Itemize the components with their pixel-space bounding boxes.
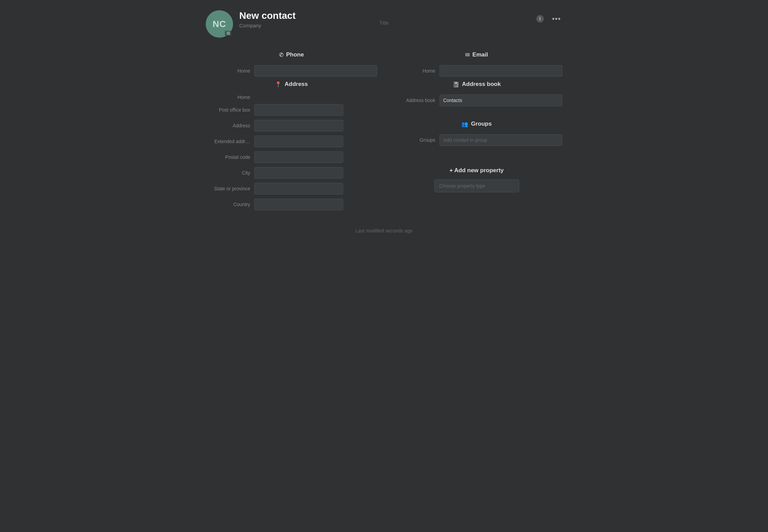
image-icon bbox=[225, 31, 231, 36]
groups-input[interactable] bbox=[439, 134, 562, 146]
info-button[interactable]: ℹ bbox=[535, 14, 545, 24]
phone-icon: ✆ bbox=[279, 52, 283, 58]
address-home-label-row: Home bbox=[206, 94, 377, 100]
last-modified-text: Last modified seconds ago bbox=[356, 228, 413, 233]
email-section: ✉ Email Home bbox=[391, 51, 562, 81]
add-new-property-section: + Add new property Choose property type bbox=[391, 167, 562, 192]
groups-section: 👥 Groups Groups bbox=[391, 121, 562, 150]
footer: Last modified seconds ago bbox=[206, 228, 562, 240]
phone-section-header: ✆ Phone bbox=[206, 51, 377, 58]
header-actions: ℹ ••• bbox=[535, 10, 562, 25]
city-input[interactable] bbox=[254, 167, 343, 179]
extended-addr-row: Extended addr… bbox=[206, 136, 377, 147]
address-book-label: Address book bbox=[391, 98, 435, 103]
address-field-row: Address bbox=[206, 120, 377, 131]
state-province-label: State or province bbox=[206, 186, 250, 191]
address-home-label: Home bbox=[206, 94, 250, 100]
country-input[interactable] bbox=[254, 199, 343, 210]
address-title: Address bbox=[284, 81, 308, 88]
postal-code-label: Postal code bbox=[206, 154, 250, 160]
email-home-input[interactable] bbox=[439, 65, 562, 77]
address-book-title: Address book bbox=[462, 81, 501, 88]
state-province-row: State or province bbox=[206, 183, 377, 194]
phone-home-input[interactable] bbox=[254, 65, 377, 77]
extended-addr-label: Extended addr… bbox=[206, 139, 250, 144]
email-section-header: ✉ Email bbox=[391, 51, 562, 58]
post-office-box-label: Post office box bbox=[206, 107, 250, 113]
add-new-property-button[interactable]: + Add new property bbox=[391, 167, 562, 174]
header: NC New contact Company Title ℹ ••• bbox=[206, 10, 562, 38]
avatar[interactable]: NC bbox=[206, 10, 233, 38]
address-icon: 📍 bbox=[275, 81, 282, 88]
phone-home-label: Home bbox=[206, 68, 250, 74]
email-home-row: Home bbox=[391, 65, 562, 77]
phone-home-row: Home bbox=[206, 65, 377, 77]
address-book-section: 📓 Address book Address book Contacts bbox=[391, 81, 562, 110]
postal-code-input[interactable] bbox=[254, 151, 343, 163]
groups-icon: 👥 bbox=[461, 121, 468, 127]
more-icon: ••• bbox=[552, 14, 561, 23]
postal-code-row: Postal code bbox=[206, 151, 377, 163]
city-row: City bbox=[206, 167, 377, 179]
phone-title: Phone bbox=[286, 51, 304, 58]
header-info: New contact Company bbox=[239, 10, 535, 28]
address-section: 📍 Address Home Post office box Address E… bbox=[206, 81, 377, 214]
country-label: Country bbox=[206, 202, 250, 207]
post-office-box-row: Post office box bbox=[206, 104, 377, 116]
address-row: 📍 Address Home Post office box Address E… bbox=[206, 81, 562, 214]
email-title: Email bbox=[472, 51, 488, 58]
groups-title: Groups bbox=[471, 121, 491, 127]
groups-label: Groups bbox=[391, 137, 435, 143]
email-icon: ✉ bbox=[465, 52, 470, 58]
property-type-wrapper: Choose property type bbox=[391, 179, 562, 192]
title-placeholder: Title bbox=[379, 20, 389, 26]
property-type-placeholder: Choose property type bbox=[439, 183, 485, 189]
groups-header: 👥 Groups bbox=[391, 121, 562, 127]
address-book-row: Address book Contacts bbox=[391, 94, 562, 106]
more-button[interactable]: ••• bbox=[551, 13, 562, 25]
email-home-label: Home bbox=[391, 68, 435, 74]
avatar-initials: NC bbox=[213, 19, 226, 29]
phone-email-row: ✆ Phone Home ✉ Email Home bbox=[206, 51, 562, 81]
groups-row: Groups bbox=[391, 134, 562, 146]
phone-section: ✆ Phone Home bbox=[206, 51, 377, 81]
address-input[interactable] bbox=[254, 120, 343, 131]
address-book-value: Contacts bbox=[439, 94, 562, 106]
country-row: Country bbox=[206, 199, 377, 210]
info-icon: ℹ bbox=[536, 15, 544, 23]
post-office-box-input[interactable] bbox=[254, 104, 343, 116]
address-book-header: 📓 Address book bbox=[391, 81, 562, 88]
add-property-title: + Add new property bbox=[449, 167, 504, 174]
address-field-label: Address bbox=[206, 123, 250, 128]
city-label: City bbox=[206, 170, 250, 176]
extended-addr-input[interactable] bbox=[254, 136, 343, 147]
choose-property-type-dropdown[interactable]: Choose property type bbox=[434, 179, 519, 192]
right-column: 📓 Address book Address book Contacts 👥 G… bbox=[391, 81, 562, 214]
address-section-header: 📍 Address bbox=[206, 81, 377, 88]
state-province-input[interactable] bbox=[254, 183, 343, 194]
address-book-icon: 📓 bbox=[452, 81, 459, 88]
